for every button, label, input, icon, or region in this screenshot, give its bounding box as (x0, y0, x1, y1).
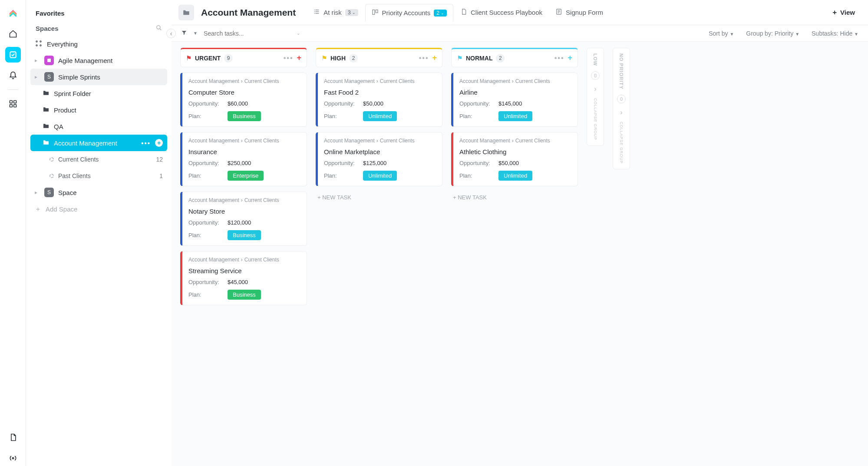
field-label: Opportunity: (188, 100, 228, 107)
column-header: ⚑ HIGH 2 ••• + (316, 48, 442, 67)
collapse-label: COLLAPSE GROUP (593, 98, 597, 140)
search-input[interactable] (204, 30, 290, 37)
search-icon[interactable] (156, 25, 162, 32)
task-card[interactable]: Account Management›Current Clients Airli… (451, 73, 578, 127)
everything-item[interactable]: Everything (30, 36, 167, 52)
plus-icon: ＋ (35, 205, 41, 213)
tab-label: At risk (323, 9, 342, 16)
task-title: Notary Store (188, 208, 300, 215)
opportunity-value: $45,000 (228, 279, 248, 285)
sidebar-item-label: Agile Management (58, 57, 112, 64)
spaces-heading[interactable]: Spaces (30, 21, 167, 36)
add-icon[interactable]: + (155, 139, 163, 147)
home-icon[interactable] (5, 26, 21, 42)
tab-signup-form[interactable]: Signup Form (549, 3, 609, 21)
task-title: Online Marketplace (324, 148, 436, 155)
new-task-button[interactable]: + NEW TASK (316, 192, 442, 203)
chevron-icon: ▸ (35, 57, 40, 63)
add-space-button[interactable]: ＋ Add Space (30, 201, 167, 217)
collapsed-column-low[interactable]: LOW 0 › COLLAPSE GROUP (587, 48, 604, 146)
docs-icon[interactable] (5, 430, 21, 445)
add-task-icon[interactable]: + (568, 53, 572, 63)
collapse-sidebar-button[interactable]: ‹ (166, 29, 176, 38)
pulse-icon[interactable] (5, 450, 21, 466)
plan-badge: Enterprise (228, 171, 264, 181)
breadcrumb: Account Management›Current Clients (188, 257, 300, 263)
more-icon[interactable]: ••• (554, 54, 564, 62)
board-icon (372, 9, 379, 17)
breadcrumb: Account Management›Current Clients (459, 138, 571, 144)
task-card[interactable]: Account Management›Current Clients Athle… (451, 132, 578, 186)
doc-icon (460, 8, 467, 17)
task-card[interactable]: Account Management›Current Clients Notar… (180, 192, 307, 246)
task-card[interactable]: Account Management›Current Clients Insur… (180, 132, 307, 186)
sidebar-item-simple-sprints[interactable]: ▸ S Simple Sprints (30, 69, 167, 85)
svg-point-8 (40, 41, 41, 42)
count-badge: 3 ⌄ (345, 9, 358, 16)
sidebar-item-current-clients[interactable]: Current Clients 12 (30, 151, 167, 168)
add-view-button[interactable]: + View (826, 4, 861, 21)
field-label: Plan: (188, 291, 228, 298)
apps-icon[interactable] (5, 96, 21, 112)
groupby-button[interactable]: Group by: Priority ▼ (746, 30, 799, 37)
spaces-label: Spaces (36, 25, 59, 32)
chevron-down-icon[interactable]: ⌄ (297, 31, 300, 36)
task-card[interactable]: Account Management›Current Clients Fast … (316, 73, 442, 127)
task-title: Airline (459, 89, 571, 96)
sidebar-item-label: Product (54, 106, 76, 114)
flag-icon: ⚑ (457, 54, 462, 62)
more-icon[interactable]: ••• (419, 54, 429, 62)
sidebar-item-account-management[interactable]: Account Management••• + (30, 135, 167, 151)
sortby-button[interactable]: Sort by ▼ (709, 30, 734, 37)
filter-icon[interactable] (181, 30, 187, 37)
add-task-icon[interactable]: + (297, 53, 301, 63)
task-card[interactable]: Account Management›Current Clients Compu… (180, 73, 307, 127)
iconbar-separator (8, 89, 18, 90)
favorites-heading[interactable]: Favorites (30, 5, 167, 21)
svg-point-10 (40, 45, 41, 46)
field-label: Opportunity: (324, 160, 363, 166)
count-badge: 0 (617, 95, 626, 103)
task-card[interactable]: Account Management›Current Clients Onlin… (316, 132, 442, 186)
count-badge: 0 (591, 71, 600, 80)
task-card[interactable]: Account Management›Current Clients Strea… (180, 251, 307, 305)
tab-at-risk[interactable]: At risk3 ⌄ (307, 3, 364, 21)
sidebar-item-qa[interactable]: QA (30, 118, 167, 135)
svg-point-6 (157, 26, 160, 29)
add-task-icon[interactable]: + (432, 53, 437, 63)
tab-client-success-playbook[interactable]: Client Success Playbook (454, 3, 548, 21)
collapsed-column-no-priority[interactable]: NO PRIORITY 0 › COLLAPSE GROUP (613, 48, 630, 169)
sidebar-item-label: Past Clients (58, 172, 91, 179)
sidebar-item-past-clients[interactable]: Past Clients 1 (30, 168, 167, 184)
field-label: Plan: (459, 172, 498, 179)
field-label: Plan: (324, 113, 363, 119)
column-normal: ⚑ NORMAL 2 ••• +Account Management›Curre… (451, 48, 578, 203)
space-icon: S (44, 188, 54, 197)
tasks-icon[interactable] (5, 47, 21, 63)
logo-icon[interactable] (5, 5, 21, 21)
svg-rect-3 (10, 105, 12, 107)
subtasks-button[interactable]: Subtasks: Hide ▼ (812, 30, 858, 37)
sidebar-item-sprint-folder[interactable]: Sprint Folder (30, 85, 167, 102)
more-icon[interactable]: ••• (284, 54, 294, 62)
breadcrumb: Account Management›Current Clients (188, 197, 300, 203)
notifications-icon[interactable] (5, 68, 21, 83)
sidebar-item-product[interactable]: Product (30, 102, 167, 118)
tab-label: Client Success Playbook (471, 9, 542, 16)
flag-icon: ⚑ (186, 54, 191, 62)
tab-priority-accounts[interactable]: Priority Accounts2 ⌄ (365, 4, 453, 22)
space-tree: ▸ Agile Management▸ S Simple Sprints Spr… (30, 52, 167, 201)
svg-rect-2 (13, 101, 16, 103)
sidebar-item-space[interactable]: ▸ S Space (30, 184, 167, 201)
flag-icon: ⚑ (321, 54, 327, 62)
breadcrumb: Account Management›Current Clients (459, 78, 571, 84)
field-label: Opportunity: (324, 100, 363, 107)
field-label: Plan: (188, 172, 228, 179)
field-label: Opportunity: (188, 219, 228, 226)
more-icon[interactable]: ••• (141, 139, 151, 147)
plan-badge: Unlimited (363, 111, 397, 121)
new-task-button[interactable]: + NEW TASK (451, 192, 578, 203)
tab-label: Signup Form (566, 9, 603, 16)
sidebar-item-agile-management[interactable]: ▸ Agile Management (30, 52, 167, 69)
chevron-down-icon[interactable]: ▼ (193, 31, 198, 36)
